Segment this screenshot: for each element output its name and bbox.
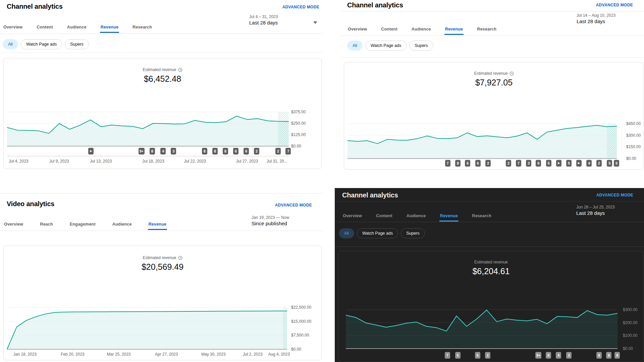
video-marker-badge[interactable]: 8 xyxy=(596,352,602,359)
revenue-filter-chips: AllWatch Page adsSupers xyxy=(3,39,89,49)
y-axis-label: $15,000.00 xyxy=(291,319,311,324)
y-axis-label: $250.00 xyxy=(291,121,306,126)
video-marker-badge[interactable]: 3 xyxy=(526,160,531,167)
video-marker-badge[interactable]: 6 xyxy=(475,160,481,167)
video-marker-badge[interactable]: 2 xyxy=(275,148,281,155)
tab-reach[interactable]: Reach xyxy=(39,221,54,230)
x-axis-label: Jul 22, 2023 xyxy=(184,159,206,164)
tab-revenue[interactable]: Revenue xyxy=(439,212,459,222)
revenue-chart-card: Estimated revenue $7,927.05 $450.00$300.… xyxy=(344,62,644,170)
video-marker-badge[interactable]: 5 xyxy=(546,160,551,167)
chip-supers[interactable]: Supers xyxy=(401,228,425,238)
chip-supers[interactable]: Supers xyxy=(65,39,89,49)
tab-research[interactable]: Research xyxy=(476,25,497,35)
tab-content[interactable]: Content xyxy=(375,212,393,222)
video-marker-badge[interactable]: 2 xyxy=(596,160,602,167)
video-marker-badge[interactable]: 8 xyxy=(202,148,207,155)
tab-revenue[interactable]: Revenue xyxy=(100,23,119,33)
tab-engagement[interactable]: Engagement xyxy=(69,221,96,230)
tab-audience[interactable]: Audience xyxy=(66,23,87,33)
chip-all[interactable]: All xyxy=(339,228,354,238)
page-title: Video analytics xyxy=(7,200,54,208)
video-marker-badge[interactable]: 2 xyxy=(485,160,491,167)
tab-audience[interactable]: Audience xyxy=(112,221,132,230)
chip-supers[interactable]: Supers xyxy=(409,41,433,51)
date-range-picker[interactable]: Jul 14 – Aug 10, 2023 Last 28 days xyxy=(577,13,615,25)
video-marker-badge[interactable]: 7 xyxy=(516,160,521,167)
video-marker-badge[interactable]: 4 xyxy=(586,160,592,167)
tab-audience[interactable]: Audience xyxy=(406,212,427,222)
video-marker-badge[interactable]: 6 xyxy=(475,352,480,359)
video-marker-badge[interactable]: 8 xyxy=(223,148,228,155)
divider xyxy=(335,246,644,247)
video-marker-badge[interactable]: 5 xyxy=(614,160,619,167)
tab-content[interactable]: Content xyxy=(380,25,398,35)
video-marker-badge[interactable]: 8 xyxy=(455,160,461,167)
tab-overview[interactable]: Overview xyxy=(3,221,24,230)
video-marker-badge[interactable]: 6 xyxy=(465,160,470,167)
tab-research[interactable]: Research xyxy=(132,23,153,33)
chip-watch-page-ads[interactable]: Watch Page ads xyxy=(21,39,62,49)
y-axis-label: $125.00 xyxy=(291,132,306,137)
chip-watch-page-ads[interactable]: Watch Page ads xyxy=(365,41,407,51)
area-fill xyxy=(7,311,287,349)
video-marker-badge[interactable]: 7 xyxy=(445,160,450,167)
chip-all[interactable]: All xyxy=(347,41,363,51)
revenue-filter-chips: AllWatch Page adsSupers xyxy=(347,41,433,51)
analytics-tabs: OverviewContentAudienceRevenueResearch xyxy=(340,25,644,36)
video-marker-badge[interactable]: 6 xyxy=(244,148,249,155)
tab-research[interactable]: Research xyxy=(471,212,492,222)
video-marker-badge[interactable]: 8 xyxy=(212,148,218,155)
chip-watch-page-ads[interactable]: Watch Page ads xyxy=(357,228,398,238)
y-axis-label: $22,500.00 xyxy=(291,305,311,310)
area-fill xyxy=(347,125,617,159)
video-marker-badge[interactable]: 3 xyxy=(171,148,176,155)
video-marker-badge[interactable]: 4 xyxy=(556,352,561,359)
advanced-mode-link[interactable]: ADVANCED MODE xyxy=(275,203,312,207)
video-marker-badge[interactable]: 6 xyxy=(233,148,238,155)
video-marker-badge[interactable]: 6 xyxy=(536,160,541,167)
area-fill xyxy=(7,116,289,146)
chip-all[interactable]: All xyxy=(3,39,18,49)
y-axis-label: $200.00 xyxy=(623,320,637,325)
video-marker-badge[interactable]: 2 xyxy=(485,352,490,359)
video-marker-badge[interactable]: 8 xyxy=(606,352,611,359)
video-marker-badge[interactable]: 7 xyxy=(445,352,450,359)
tab-overview[interactable]: Overview xyxy=(3,23,23,33)
y-axis-label: $7,500.00 xyxy=(291,333,309,338)
advanced-mode-link[interactable]: ADVANCED MODE xyxy=(282,5,319,9)
x-axis-label: Jul 31, 20... xyxy=(267,159,287,164)
x-axis-label: Jul 18, 2023 xyxy=(142,159,164,164)
divider xyxy=(0,53,323,53)
video-marker-badge[interactable]: 5 xyxy=(455,352,461,359)
video-marker-badge[interactable]: 5 xyxy=(607,160,612,167)
video-marker-badge[interactable]: 3 xyxy=(566,352,572,359)
video-marker-badge[interactable]: 9+ xyxy=(535,352,541,359)
video-marker-badge[interactable]: 5 xyxy=(566,160,572,167)
video-marker-badge[interactable]: 8 xyxy=(614,352,620,359)
video-marker-badge[interactable]: 8 xyxy=(546,352,551,359)
y-axis-label: $375.00 xyxy=(291,110,306,114)
video-marker-play-icon[interactable]: ▶ xyxy=(576,160,582,167)
video-marker-badge[interactable]: 2 xyxy=(506,160,511,167)
video-marker-play-icon[interactable]: ▶ xyxy=(556,160,561,167)
y-axis-label: $0.00 xyxy=(291,347,301,352)
advanced-mode-link[interactable]: ADVANCED MODE xyxy=(596,3,633,7)
video-marker-badge[interactable]: 4 xyxy=(160,148,166,155)
tab-content[interactable]: Content xyxy=(36,23,54,33)
video-marker-play-icon[interactable]: ▶ xyxy=(88,148,94,155)
video-marker-badge[interactable]: 7 xyxy=(285,148,291,155)
tab-audience[interactable]: Audience xyxy=(411,25,432,35)
channel-analytics-panel-dark: Channel analytics ADVANCED MODE Jun 28 –… xyxy=(335,188,644,362)
video-marker-badge[interactable]: 8 xyxy=(150,148,155,155)
video-marker-badge[interactable]: 9+ xyxy=(139,148,145,155)
tab-revenue[interactable]: Revenue xyxy=(148,221,167,230)
advanced-mode-link[interactable]: ADVANCED MODE xyxy=(596,193,633,197)
revenue-chart-card: Estimated revenue $6,452.48 $375.00$250.… xyxy=(3,58,322,169)
tab-overview[interactable]: Overview xyxy=(342,212,363,222)
video-marker-badge[interactable]: 2 xyxy=(254,148,259,155)
y-axis-label: $100.00 xyxy=(623,333,637,338)
video-analytics-panel: Video analytics ADVANCED MODE Jan 19, 20… xyxy=(0,193,323,362)
tab-overview[interactable]: Overview xyxy=(347,25,368,35)
tab-revenue[interactable]: Revenue xyxy=(444,25,464,35)
